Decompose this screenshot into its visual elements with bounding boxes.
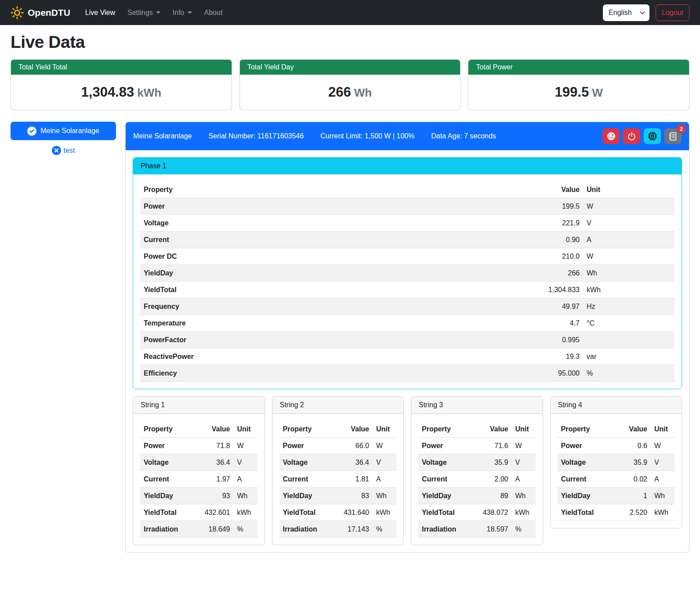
nav-item-live-view[interactable]: Live View	[80, 5, 120, 20]
property-cell: YieldTotal	[140, 504, 193, 521]
table-row: Temperature4.7°C	[140, 315, 675, 332]
summary-card-value: 1,304.83	[81, 84, 134, 100]
power-button[interactable]	[623, 128, 640, 144]
table-row: Irradiation17.143%	[279, 521, 397, 538]
string-card-1: String 1 Property Value Unit	[133, 396, 265, 545]
nav-item-info[interactable]: Info	[167, 5, 197, 20]
value-cell: 2.520	[610, 504, 651, 521]
table-row: Voltage35.9V	[558, 454, 675, 471]
event-log-button[interactable]: 2	[664, 128, 682, 144]
table-row: YieldTotal432.601kWh	[140, 504, 258, 521]
language-select[interactable]: English	[603, 4, 649, 21]
property-cell: Current	[418, 471, 472, 488]
table-row: Current0.02A	[558, 471, 675, 488]
inverter-card-body: Phase 1 Property Value Unit Power199.5WV…	[126, 150, 689, 552]
string-card-3: String 3 Property Value Unit	[411, 396, 543, 545]
phase-panel: Phase 1 Property Value Unit Power199.5WV…	[133, 157, 682, 389]
property-cell: Irradiation	[279, 521, 333, 538]
value-cell: 438.072	[472, 504, 512, 521]
page-container: Live Data Total Yield Total 1,304.83kWh …	[0, 33, 700, 553]
inverter-header-buttons: 2	[602, 128, 682, 144]
journal-icon	[668, 132, 678, 141]
sun-icon	[11, 6, 24, 19]
property-cell: YieldTotal	[418, 504, 472, 521]
power-icon	[627, 132, 636, 141]
unit-cell: A	[512, 471, 536, 488]
column-header-value: Value	[472, 421, 512, 438]
inverter-select-button[interactable]: Meine Solaranlage	[11, 122, 116, 140]
table-row: Power71.8W	[140, 438, 258, 454]
page-title: Live Data	[11, 33, 689, 52]
value-cell: 95.000	[525, 365, 583, 382]
value-cell: 1.97	[193, 471, 234, 488]
summary-card-total-power: Total Power 199.5W	[468, 59, 689, 110]
unit-cell: W	[583, 198, 675, 215]
value-cell: 36.4	[332, 454, 373, 471]
column-header-value: Value	[332, 421, 373, 438]
app-brand[interactable]: OpenDTU	[11, 6, 70, 19]
property-cell: YieldTotal	[279, 504, 333, 521]
property-cell: PowerFactor	[140, 332, 525, 348]
value-cell: 2.00	[472, 471, 512, 488]
summary-card-unit: W	[592, 86, 603, 99]
value-cell: 71.6	[472, 438, 512, 454]
nav-item-about[interactable]: About	[199, 5, 228, 20]
unit-cell: kWh	[373, 504, 396, 521]
column-header-property: Property	[558, 421, 611, 438]
summary-card-value: 199.5	[555, 84, 589, 100]
limit-settings-button[interactable]	[602, 128, 620, 144]
table-row: Efficiency95.000%	[140, 365, 675, 382]
string-card-2: String 2 Property Value Unit	[272, 396, 404, 545]
value-cell: 35.9	[610, 454, 651, 471]
caret-down-icon	[188, 11, 192, 14]
table-row: YieldTotal1,304.833kWh	[140, 282, 675, 298]
table-header-row: Property Value Unit	[140, 421, 258, 438]
logout-button[interactable]: Logout	[656, 4, 689, 21]
table-row: YieldDay266Wh	[140, 265, 675, 282]
inverter-card: Meine Solaranlage Serial Number: 1161716…	[125, 122, 689, 553]
content-row: Meine Solaranlage test Meine Solaranlage…	[11, 122, 689, 553]
nav-item-label: About	[204, 9, 223, 17]
unit-cell: V	[373, 454, 396, 471]
unit-cell: Wh	[234, 488, 258, 504]
value-cell: 83	[332, 488, 373, 504]
unit-cell: A	[234, 471, 258, 488]
summary-card-title: Total Power	[468, 60, 689, 75]
summary-card-unit: Wh	[354, 86, 372, 99]
event-count-badge: 2	[677, 124, 686, 134]
string-card-4: String 4 Property Value Unit	[550, 396, 682, 528]
string-table: Property Value Unit Power71.6WVoltage35.…	[418, 421, 536, 538]
unit-cell: Wh	[373, 488, 396, 504]
device-info-button[interactable]	[644, 128, 661, 144]
summary-card-title: Total Yield Total	[11, 60, 232, 75]
unit-cell: Wh	[583, 265, 675, 282]
value-cell: 35.9	[472, 454, 512, 471]
value-cell: 89	[472, 488, 512, 504]
unit-cell: A	[583, 232, 675, 248]
property-cell: Power	[279, 438, 333, 454]
inverter-serial: Serial Number: 116171603546	[208, 132, 304, 140]
unit-cell: A	[651, 471, 675, 488]
value-cell: 199.5	[525, 198, 583, 215]
nav-item-settings[interactable]: Settings	[122, 5, 166, 20]
unit-cell: %	[583, 365, 675, 382]
unit-cell: W	[234, 438, 258, 454]
inverter-item-test[interactable]: test	[11, 146, 116, 155]
value-cell: 1	[610, 488, 651, 504]
unit-cell: kWh	[234, 504, 258, 521]
column-header-property: Property	[418, 421, 472, 438]
table-row: PowerFactor0.995	[140, 332, 675, 348]
column-header-unit: Unit	[583, 181, 675, 198]
string-card-title: String 4	[551, 397, 682, 414]
table-row: YieldTotal438.072kWh	[418, 504, 536, 521]
table-row: Irradiation18.597%	[418, 521, 536, 538]
column-header-property: Property	[140, 421, 193, 438]
property-cell: YieldDay	[140, 488, 193, 504]
property-cell: Voltage	[418, 454, 472, 471]
string-table: Property Value Unit Power71.8WVoltage36.…	[140, 421, 258, 538]
property-cell: Voltage	[279, 454, 333, 471]
value-cell: 71.8	[193, 438, 234, 454]
column-header-property: Property	[279, 421, 333, 438]
table-row: Power199.5W	[140, 198, 675, 215]
property-cell: Temperature	[140, 315, 525, 332]
